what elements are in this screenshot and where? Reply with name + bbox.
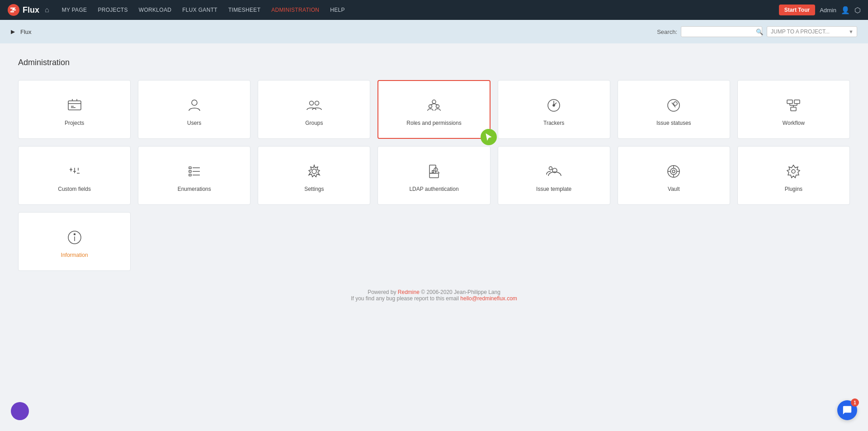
svg-rect-36: [189, 171, 191, 172]
projects-icon: [66, 96, 84, 114]
nav-links: MY PAGE PROJECTS WORKLOAD FLUX GANTT TIM…: [57, 0, 779, 20]
admin-card-workflow[interactable]: Workflow: [737, 80, 850, 139]
admin-card-groups[interactable]: Groups: [258, 80, 370, 139]
admin-card-custom-fields[interactable]: Custom fields: [18, 146, 131, 205]
svg-rect-43: [429, 173, 439, 178]
vault-icon: [665, 162, 683, 180]
main-content: Administration Projects Users Groups: [0, 43, 868, 325]
issue-template-label: Issue template: [536, 186, 571, 192]
admin-grid-row3: Information: [18, 212, 850, 271]
svg-rect-42: [432, 171, 434, 173]
groups-label: Groups: [305, 120, 323, 126]
breadcrumb-bar: ▶ Flux Search: 🔍 JUMP TO A PROJECT... ▼: [0, 20, 868, 43]
nav-help[interactable]: HELP: [325, 0, 350, 20]
svg-point-19: [674, 102, 677, 105]
chat-badge: 1: [851, 398, 859, 407]
issue-statuses-label: Issue statuses: [656, 120, 691, 126]
svg-rect-38: [189, 174, 191, 176]
footer-redmine-link[interactable]: Redmine: [398, 289, 420, 295]
admin-card-trackers[interactable]: Trackers: [498, 80, 610, 139]
breadcrumb-toggle[interactable]: ▶: [11, 28, 15, 35]
projects-label: Projects: [65, 120, 84, 126]
flux-logo-icon: [7, 4, 20, 16]
admin-card-issue-statuses[interactable]: Issue statuses: [618, 80, 730, 139]
svg-point-48: [549, 167, 552, 170]
nav-workload[interactable]: WORKLOAD: [133, 0, 177, 20]
chat-bubble-button[interactable]: 1: [837, 400, 857, 420]
logout-icon[interactable]: ⬡: [854, 6, 861, 14]
svg-point-16: [553, 104, 555, 106]
roles-permissions-label: Roles and permissions: [406, 120, 461, 126]
svg-point-9: [315, 101, 319, 105]
admin-card-vault[interactable]: Vault: [618, 146, 730, 205]
roles-icon: [425, 96, 443, 114]
logo-text: Flux: [23, 5, 39, 15]
admin-card-settings[interactable]: Settings: [258, 146, 370, 205]
vault-label: Vault: [668, 186, 679, 192]
admin-card-information[interactable]: Information: [18, 212, 131, 271]
search-label: Search:: [657, 28, 677, 35]
admin-grid-row2: Custom fields Enumerations Settings LDAP…: [18, 146, 850, 205]
enumerations-icon: [185, 162, 203, 180]
nav-user-label[interactable]: Admin: [820, 7, 836, 14]
svg-point-12: [436, 105, 439, 108]
ldap-icon: [425, 162, 443, 180]
nav-right: Start Tour Admin 👤 ⬡: [779, 5, 861, 15]
breadcrumb-search-area: Search: 🔍 JUMP TO A PROJECT... ▼: [657, 26, 857, 37]
nav-my-page[interactable]: MY PAGE: [57, 0, 93, 20]
jump-to-project-select[interactable]: JUMP TO A PROJECT...: [767, 26, 857, 37]
jump-to-project-wrapper: JUMP TO A PROJECT... ▼: [767, 26, 857, 37]
svg-rect-1: [68, 101, 81, 110]
user-icon[interactable]: 👤: [841, 6, 850, 14]
admin-card-users[interactable]: Users: [138, 80, 250, 139]
trackers-icon: [545, 96, 563, 114]
svg-point-11: [429, 105, 432, 108]
chat-icon: [842, 405, 852, 415]
svg-rect-22: [791, 107, 796, 111]
breadcrumb-text: Flux: [20, 28, 32, 35]
svg-point-10: [432, 100, 436, 104]
admin-card-issue-template[interactable]: Issue template: [498, 146, 610, 205]
search-input[interactable]: [681, 26, 762, 37]
admin-card-ldap[interactable]: LDAP authentication: [377, 146, 490, 205]
page-title: Administration: [18, 58, 850, 67]
admin-card-plugins[interactable]: Plugins: [737, 146, 850, 205]
footer-email-link[interactable]: hello@redmineflux.com: [460, 295, 517, 302]
nav-flux-gantt[interactable]: FLUX GANTT: [177, 0, 223, 20]
custom-fields-label: Custom fields: [58, 186, 91, 192]
workflow-label: Workflow: [783, 120, 805, 126]
users-label: Users: [187, 120, 201, 126]
svg-point-8: [309, 101, 313, 105]
groups-icon: [305, 96, 323, 114]
admin-card-enumerations[interactable]: Enumerations: [138, 146, 250, 205]
admin-card-roles-permissions[interactable]: Roles and permissions: [377, 80, 490, 139]
svg-rect-21: [794, 100, 800, 104]
svg-point-40: [312, 169, 316, 174]
nav-projects[interactable]: PROJECTS: [92, 0, 133, 20]
svg-point-51: [672, 170, 675, 173]
admin-card-projects[interactable]: Projects: [18, 80, 131, 139]
plugins-icon: [784, 162, 802, 180]
search-icon: 🔍: [756, 28, 763, 35]
start-tour-button[interactable]: Start Tour: [779, 5, 815, 15]
footer: Powered by Redmine © 2006-2020 Jean-Phil…: [18, 271, 850, 311]
svg-point-50: [670, 168, 677, 175]
svg-point-56: [792, 170, 795, 173]
footer-line2: If you find any bug please report to thi…: [18, 295, 850, 302]
information-icon: [66, 228, 84, 246]
users-icon: [185, 96, 203, 114]
cursor-badge: [481, 129, 497, 145]
custom-fields-icon: [66, 162, 84, 180]
home-icon[interactable]: ⌂: [45, 6, 49, 14]
enumerations-label: Enumerations: [178, 186, 211, 192]
svg-rect-41: [429, 165, 436, 173]
purple-dot-button[interactable]: [11, 402, 29, 420]
svg-point-7: [192, 100, 197, 105]
svg-line-13: [430, 104, 434, 105]
information-label: Information: [61, 252, 88, 258]
svg-line-14: [434, 104, 438, 105]
nav-timesheet[interactable]: TIMESHEET: [223, 0, 266, 20]
nav-administration[interactable]: ADMINISTRATION: [266, 0, 325, 20]
svg-rect-34: [189, 167, 191, 169]
logo[interactable]: Flux: [7, 4, 39, 16]
